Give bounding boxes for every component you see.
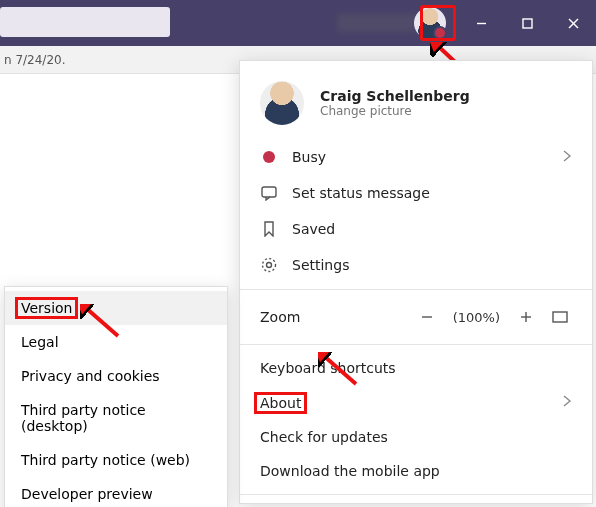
chevron-right-icon [562, 149, 572, 166]
title-bar [0, 0, 596, 46]
info-banner-text: n 7/24/20. [4, 53, 66, 67]
zoom-percent: (100%) [449, 310, 504, 325]
profile-flyout: Craig Schellenberg Change picture Busy S… [239, 60, 593, 504]
about-dev-preview-button[interactable]: Developer preview [5, 477, 227, 507]
chevron-right-icon [562, 394, 572, 411]
status-label: Busy [292, 149, 326, 165]
about-privacy-button[interactable]: Privacy and cookies [5, 359, 227, 393]
svg-rect-11 [553, 312, 567, 322]
minimize-icon [476, 18, 487, 29]
set-status-message[interactable]: Set status message [240, 175, 592, 211]
saved-button[interactable]: Saved [240, 211, 592, 247]
set-status-label: Set status message [292, 185, 430, 201]
svg-point-7 [263, 259, 276, 272]
svg-point-6 [267, 263, 272, 268]
svg-rect-1 [523, 19, 532, 28]
profile-avatar-large [260, 81, 304, 125]
org-name-blurred [336, 14, 416, 32]
about-tpn-web-button[interactable]: Third party notice (web) [5, 443, 227, 477]
separator [240, 494, 592, 495]
download-app-button[interactable]: Download the mobile app [240, 454, 592, 488]
status-row[interactable]: Busy [240, 139, 592, 175]
version-label: Version [21, 300, 72, 316]
sign-out-button[interactable]: Sign out [240, 501, 592, 507]
about-label: About [260, 395, 301, 411]
about-submenu: Version Legal Privacy and cookies Third … [4, 286, 228, 507]
about-tpn-desktop-button[interactable]: Third party notice (desktop) [5, 393, 227, 443]
gear-icon [260, 256, 278, 274]
maximize-icon [522, 18, 533, 29]
dev-preview-label: Developer preview [21, 486, 153, 502]
about-button[interactable]: About [240, 385, 592, 420]
svg-rect-5 [262, 187, 276, 197]
saved-label: Saved [292, 221, 335, 237]
zoom-out-button[interactable] [415, 305, 439, 329]
settings-button[interactable]: Settings [240, 247, 592, 283]
settings-label: Settings [292, 257, 349, 273]
about-legal-button[interactable]: Legal [5, 325, 227, 359]
zoom-in-button[interactable] [514, 305, 538, 329]
minimize-button[interactable] [458, 0, 504, 46]
profile-avatar-button[interactable] [414, 7, 446, 39]
check-updates-label: Check for updates [260, 429, 388, 445]
separator [240, 289, 592, 290]
keyboard-shortcuts-button[interactable]: Keyboard shortcuts [240, 351, 592, 385]
privacy-label: Privacy and cookies [21, 368, 160, 384]
status-message-icon [260, 184, 278, 202]
about-version-button[interactable]: Version [5, 291, 227, 325]
annotation-box-version: Version [15, 297, 78, 319]
legal-label: Legal [21, 334, 59, 350]
shortcuts-label: Keyboard shortcuts [260, 360, 396, 376]
profile-name: Craig Schellenberg [320, 88, 470, 104]
tpn-web-label: Third party notice (web) [21, 452, 190, 468]
close-icon [568, 18, 579, 29]
tpn-desktop-label: Third party notice (desktop) [21, 402, 146, 434]
busy-status-icon [260, 148, 278, 166]
profile-header: Craig Schellenberg Change picture [240, 77, 592, 139]
bookmark-icon [260, 220, 278, 238]
annotation-box-about: About [254, 392, 307, 414]
maximize-button[interactable] [504, 0, 550, 46]
download-app-label: Download the mobile app [260, 463, 440, 479]
search-input[interactable] [0, 7, 170, 37]
change-picture-link[interactable]: Change picture [320, 104, 470, 118]
check-updates-button[interactable]: Check for updates [240, 420, 592, 454]
zoom-label: Zoom [260, 309, 300, 325]
zoom-row: Zoom (100%) [240, 296, 592, 338]
fullscreen-button[interactable] [548, 305, 572, 329]
close-button[interactable] [550, 0, 596, 46]
separator [240, 344, 592, 345]
